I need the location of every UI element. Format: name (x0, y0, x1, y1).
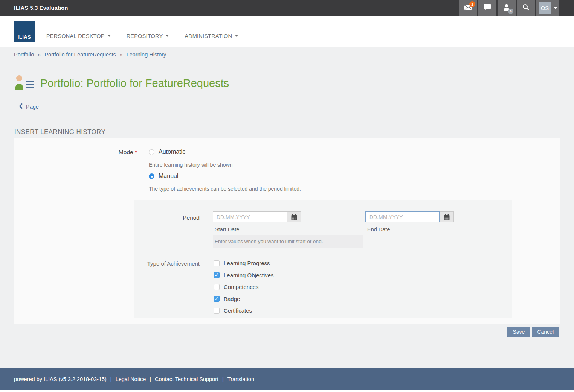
chevron-down-icon (235, 35, 238, 37)
tab-page-label: Page (26, 104, 39, 110)
contact-support-link[interactable]: Contact Technical Support (155, 376, 218, 382)
footer-separator: | (110, 376, 112, 382)
save-button[interactable]: Save (507, 327, 530, 337)
form-section-title: INSERT LEARNING HISTORY (14, 128, 105, 136)
chat-icon (483, 4, 492, 12)
page-title-row: Portfolio: Portfolio for FeatureRequests (14, 74, 229, 92)
checkbox-certificates[interactable] (214, 308, 220, 314)
ilias-logo[interactable]: ILIAS (14, 21, 35, 42)
chevron-down-icon (108, 35, 111, 37)
achievement-option-learning-objectives[interactable]: Learning Objectives (214, 269, 274, 281)
end-date-calendar-button[interactable] (440, 211, 454, 222)
achievement-option-certificates[interactable]: Certificates (214, 305, 274, 317)
user-menu-button[interactable]: OS (536, 0, 559, 16)
manual-byline: The type of achievements can be selected… (149, 186, 301, 192)
search-icon (522, 3, 530, 12)
menu-label: ADMINISTRATION (185, 33, 232, 39)
translation-link[interactable]: Translation (227, 376, 254, 382)
breadcrumb-separator: » (120, 52, 123, 58)
main-menu: PERSONAL DESKTOP REPOSITORY ADMINISTRATI… (46, 16, 238, 47)
mode-label-text: Mode (119, 149, 133, 155)
checkbox-label[interactable]: Competences (224, 284, 259, 290)
footer-separator: | (150, 376, 151, 382)
mode-option-manual[interactable]: Manual (149, 173, 178, 179)
period-byline: Enter values when you want to limit star… (213, 235, 363, 248)
footer: powered by ILIAS (v5.3.2 2018-03-15) | L… (0, 368, 574, 390)
radio-manual[interactable] (149, 173, 154, 179)
manual-settings-subform: Period (134, 200, 512, 318)
top-bar: ILIAS 5.3 Evaluation 1 6 OS (0, 0, 574, 16)
achievement-option-badge[interactable]: Badge (214, 293, 274, 305)
cancel-button[interactable]: Cancel (532, 327, 559, 337)
start-date-label: Start Date (215, 226, 239, 232)
breadcrumb-portfolio[interactable]: Portfolio (14, 52, 34, 58)
start-date-group (213, 211, 301, 222)
required-marker: * (135, 149, 137, 155)
breadcrumb-portfolio-for-featurerequests[interactable]: Portfolio for FeatureRequests (44, 52, 116, 58)
start-date-input[interactable] (213, 211, 287, 222)
search-button[interactable] (517, 0, 535, 16)
topbar-icon-group: 1 6 OS (459, 0, 559, 16)
checkbox-learning-progress[interactable] (214, 260, 220, 266)
chevron-down-icon (554, 7, 557, 9)
powered-by-link[interactable]: powered by ILIAS (v5.3.2 2018-03-15) (14, 376, 107, 382)
mode-field-label: Mode * (14, 149, 137, 156)
page-title: Portfolio: Portfolio for FeatureRequests (40, 77, 229, 90)
calendar-icon (291, 214, 298, 220)
achievement-option-learning-progress[interactable]: Learning Progress (214, 257, 274, 269)
footer-text-row: powered by ILIAS (v5.3.2 2018-03-15) | L… (14, 368, 254, 390)
menu-repository[interactable]: REPOSITORY (127, 33, 169, 39)
radio-automatic[interactable] (149, 149, 154, 155)
checkbox-label[interactable]: Certificates (224, 307, 252, 314)
chat-button[interactable] (478, 0, 496, 16)
end-date-group (365, 211, 454, 222)
checkbox-label[interactable]: Learning Objectives (224, 272, 274, 278)
breadcrumb: Portfolio » Portfolio for FeatureRequest… (14, 52, 166, 58)
start-date-calendar-button[interactable] (287, 211, 301, 222)
footer-separator: | (222, 376, 224, 382)
achievement-checklist: Learning Progress Learning Objectives Co… (214, 257, 274, 317)
checkbox-badge[interactable] (214, 296, 220, 302)
main-navbar: ILIAS PERSONAL DESKTOP REPOSITORY ADMINI… (0, 16, 574, 47)
tab-divider (14, 112, 560, 112)
achievement-field-label: Type of Achievement (134, 260, 200, 267)
checkbox-competences[interactable] (214, 284, 220, 290)
chevron-left-icon (19, 103, 23, 110)
chevron-down-icon (166, 35, 169, 37)
mail-button[interactable]: 1 (459, 0, 477, 16)
form-actions: Save Cancel (507, 327, 559, 337)
insert-learning-history-form: Mode * Automatic Entire learning history… (14, 138, 560, 324)
calendar-icon (443, 214, 450, 220)
menu-personal-desktop[interactable]: PERSONAL DESKTOP (46, 33, 111, 39)
breadcrumb-separator: » (38, 52, 41, 58)
automatic-byline: Entire learning history will be shown (149, 162, 233, 168)
achievement-option-competences[interactable]: Competences (214, 281, 274, 293)
end-date-input[interactable] (365, 211, 440, 222)
online-count-badge: 6 (508, 9, 513, 14)
who-is-online-button[interactable]: 6 (498, 0, 516, 16)
radio-automatic-label[interactable]: Automatic (159, 149, 185, 155)
mode-option-automatic[interactable]: Automatic (149, 149, 185, 155)
legal-notice-link[interactable]: Legal Notice (116, 376, 146, 382)
period-field-label: Period (134, 214, 200, 221)
menu-administration[interactable]: ADMINISTRATION (185, 33, 238, 39)
radio-manual-label[interactable]: Manual (159, 173, 178, 179)
tab-page-back[interactable]: Page (19, 103, 39, 110)
mail-count-badge: 1 (469, 1, 475, 7)
menu-label: PERSONAL DESKTOP (46, 33, 105, 39)
client-title: ILIAS 5.3 Evaluation (14, 0, 68, 16)
checkbox-label[interactable]: Badge (224, 296, 240, 302)
menu-label: REPOSITORY (127, 33, 163, 39)
end-date-label: End Date (367, 226, 390, 232)
checkbox-learning-objectives[interactable] (214, 272, 220, 278)
checkbox-label[interactable]: Learning Progress (224, 260, 270, 266)
page-content: Portfolio » Portfolio for FeatureRequest… (0, 47, 574, 368)
breadcrumb-learning-history[interactable]: Learning History (127, 52, 166, 58)
avatar: OS (539, 2, 551, 14)
portfolio-icon (14, 74, 35, 92)
